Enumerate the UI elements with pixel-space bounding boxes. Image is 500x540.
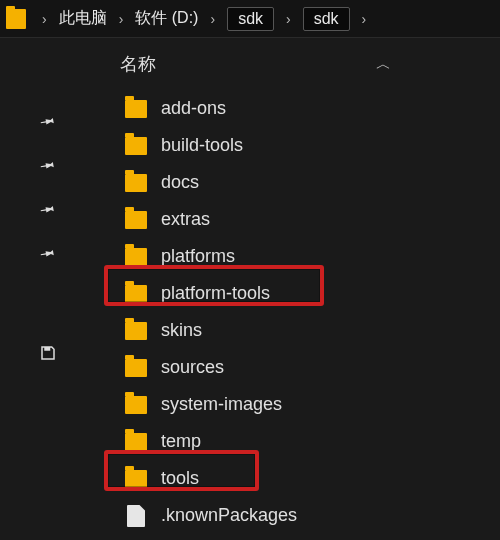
disk-icon[interactable] [39, 344, 57, 366]
list-item[interactable]: build-tools [95, 127, 306, 164]
file-list: add-ons build-tools docs extras platform… [95, 86, 306, 540]
file-name: skins [161, 320, 202, 341]
column-header[interactable]: 名称 ︿ [0, 38, 500, 86]
chevron-right-icon[interactable]: › [362, 11, 367, 27]
list-item[interactable]: tools [95, 460, 306, 497]
folder-icon [125, 396, 147, 414]
chevron-right-icon[interactable]: › [42, 11, 47, 27]
pin-icon[interactable] [35, 152, 60, 177]
list-item[interactable]: temp [95, 423, 306, 460]
list-item[interactable]: platform-tools [95, 275, 306, 312]
file-name: extras [161, 209, 210, 230]
folder-icon [125, 174, 147, 192]
file-name: temp [161, 431, 201, 452]
folder-icon [125, 100, 147, 118]
folder-icon [125, 359, 147, 377]
file-name: platforms [161, 246, 235, 267]
folder-icon [125, 322, 147, 340]
list-item[interactable]: add-ons [95, 90, 306, 127]
pin-icon[interactable] [35, 108, 60, 133]
file-name: system-images [161, 394, 282, 415]
column-name-label: 名称 [120, 52, 156, 76]
list-item[interactable]: skins [95, 312, 306, 349]
folder-icon [125, 285, 147, 303]
folder-icon [125, 433, 147, 451]
folder-icon [125, 211, 147, 229]
chevron-right-icon[interactable]: › [119, 11, 124, 27]
breadcrumb-item[interactable]: 此电脑 [59, 8, 107, 29]
file-name: platform-tools [161, 283, 270, 304]
sort-asc-icon: ︿ [376, 55, 391, 74]
breadcrumb-item[interactable]: 软件 (D:) [135, 8, 198, 29]
list-item[interactable]: platforms [95, 238, 306, 275]
folder-icon [125, 248, 147, 266]
list-item[interactable]: AVD Manager.exe [95, 534, 306, 540]
list-item[interactable]: .knownPackages [95, 497, 306, 534]
folder-icon [125, 137, 147, 155]
file-icon [127, 505, 145, 527]
folder-icon [125, 470, 147, 488]
breadcrumb[interactable]: › 此电脑 › 软件 (D:) › sdk › sdk › [0, 0, 500, 38]
quick-access-panel [0, 86, 95, 540]
list-item[interactable]: extras [95, 201, 306, 238]
chevron-right-icon[interactable]: › [286, 11, 291, 27]
file-name: sources [161, 357, 224, 378]
file-name: build-tools [161, 135, 243, 156]
file-name: .knownPackages [161, 505, 297, 526]
location-folder-icon [6, 9, 26, 29]
breadcrumb-item[interactable]: sdk [303, 7, 350, 31]
list-item[interactable]: system-images [95, 386, 306, 423]
file-name: add-ons [161, 98, 226, 119]
breadcrumb-item[interactable]: sdk [227, 7, 274, 31]
pin-icon[interactable] [35, 240, 60, 265]
file-name: docs [161, 172, 199, 193]
chevron-right-icon[interactable]: › [210, 11, 215, 27]
list-item[interactable]: docs [95, 164, 306, 201]
file-name: tools [161, 468, 199, 489]
pin-icon[interactable] [35, 196, 60, 221]
list-item[interactable]: sources [95, 349, 306, 386]
